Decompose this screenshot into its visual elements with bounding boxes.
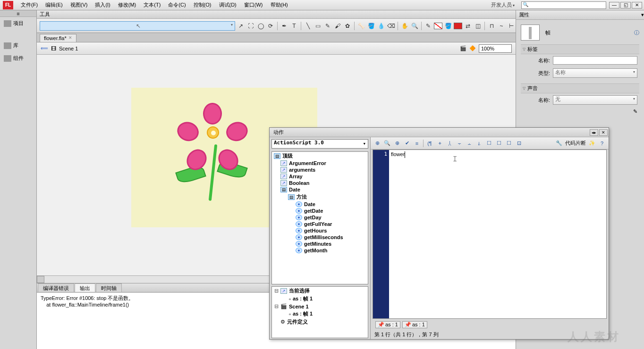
section-label[interactable]: 标签 xyxy=(521,44,639,54)
line-tool[interactable]: ╲ xyxy=(304,22,312,30)
collapse-icon[interactable]: ᛸ xyxy=(446,140,453,147)
wand-icon[interactable]: ✨ xyxy=(588,140,596,147)
selection-tool[interactable]: ↖ xyxy=(40,21,235,31)
code-editor[interactable]: 1 flower 𝙸 xyxy=(373,150,607,319)
check-syntax-icon[interactable]: ✔ xyxy=(403,140,411,147)
help-icon[interactable]: ? xyxy=(598,140,606,147)
menu-debug[interactable]: 调试(D) xyxy=(215,0,240,9)
line-comment-icon[interactable]: ☐ xyxy=(495,140,503,147)
left-collapse-handle[interactable]: ≡ xyxy=(0,10,36,17)
zoom-select[interactable] xyxy=(479,44,512,53)
developer-dropdown[interactable]: 开发人员 xyxy=(487,0,518,9)
collapse-icon[interactable]: ⊟ xyxy=(274,288,279,294)
show-hide-icon[interactable]: ☐ xyxy=(505,140,513,147)
actions-right-pane: ⊕ 🔍 ⊕ ✔ ≡ (¶ ᚐ ᛸ ⫟ ⫠ ⫰ ☐ ☐ ☐ ⊡ 🔧 代码片断 ✨ xyxy=(371,137,609,339)
lasso-tool[interactable]: ◯ xyxy=(256,22,265,30)
block-comment-icon[interactable]: ☐ xyxy=(485,140,493,147)
actionscript-version-select[interactable]: ActionScript 3.0 xyxy=(271,139,368,149)
stroke-color-icon[interactable]: ✎ xyxy=(424,22,432,30)
scroll-left[interactable] xyxy=(37,276,44,283)
script-assist-icon[interactable]: 🔧 xyxy=(555,140,563,147)
comment-icon[interactable]: ⫠ xyxy=(466,140,473,147)
snap-tool[interactable]: ⊓ xyxy=(487,22,496,30)
menu-view[interactable]: 视图(V) xyxy=(67,0,92,9)
brush-tool[interactable]: 🖌 xyxy=(333,22,342,30)
3d-rotation-tool[interactable]: ⟳ xyxy=(266,22,275,30)
info-icon[interactable]: ⓘ xyxy=(634,29,639,36)
name-input[interactable] xyxy=(553,56,637,65)
rectangle-tool[interactable]: ▭ xyxy=(314,22,322,30)
hand-tool[interactable]: ✋ xyxy=(400,22,409,30)
restore-button[interactable]: ◱ xyxy=(620,2,631,8)
panel-menu-icon[interactable]: ▾ xyxy=(641,12,644,18)
bone-tool[interactable]: 🦴 xyxy=(357,22,365,30)
sidebar-item-components[interactable]: 组件 xyxy=(0,52,36,65)
script-nav-tree[interactable]: ⊟↗当前选择 ▫as : 帧 1 ⊟🎬Scene 1 ▫as : 帧 1 ⚙元件… xyxy=(271,286,368,338)
class-tree[interactable]: ▤顶级 ↗ArgumentError ↗arguments ↗Array ↗Bo… xyxy=(271,151,368,284)
search-input[interactable] xyxy=(521,1,606,9)
pin-script-2[interactable]: 📌as : 1 xyxy=(402,321,427,328)
petal xyxy=(224,119,250,144)
target-icon[interactable]: ⊕ xyxy=(393,140,401,147)
pin-script-1[interactable]: 📌as : 1 xyxy=(375,321,400,328)
straighten-tool[interactable]: ⊢ xyxy=(507,22,516,30)
tab-timeline[interactable]: 时间轴 xyxy=(96,283,122,292)
smooth-tool[interactable]: ~ xyxy=(497,22,506,30)
edit-symbols-icon[interactable]: 🔶 xyxy=(469,45,476,51)
edit-scene-icon[interactable]: 🎬 xyxy=(460,45,466,51)
pencil-tool[interactable]: ✎ xyxy=(323,22,332,30)
menu-modify[interactable]: 修改(M) xyxy=(114,0,140,9)
menu-edit[interactable]: 编辑(E) xyxy=(42,0,67,9)
menu-control[interactable]: 控制(O) xyxy=(190,0,215,9)
actions-close-icon[interactable]: ✕ xyxy=(599,129,608,136)
add-icon[interactable]: ⊕ xyxy=(373,140,381,147)
pen-tool[interactable]: ✒ xyxy=(280,22,288,30)
expand-icon[interactable]: ⫟ xyxy=(456,140,463,147)
sidebar-item-library[interactable]: 库 xyxy=(0,39,36,52)
menu-insert[interactable]: 插入(I) xyxy=(91,0,114,9)
tab-output[interactable]: 输出 xyxy=(75,283,95,292)
default-colors[interactable]: ◫ xyxy=(474,22,482,30)
subselection-tool[interactable]: ↗ xyxy=(237,22,245,30)
eraser-tool[interactable]: ⌫ xyxy=(387,22,395,30)
paint-bucket-tool[interactable]: 🪣 xyxy=(367,22,375,30)
section-sound[interactable]: 声音 xyxy=(521,83,639,93)
sound-select[interactable]: 无 xyxy=(553,95,637,105)
stroke-color[interactable] xyxy=(434,23,442,29)
code-snippets-link[interactable]: 代码片断 xyxy=(565,140,586,147)
sidebar-item-project[interactable]: 项目 xyxy=(0,17,36,30)
fill-color[interactable] xyxy=(454,23,462,29)
code-hint-icon[interactable]: (¶ xyxy=(426,140,433,147)
close-button[interactable]: ✕ xyxy=(632,2,642,8)
debug-icon[interactable]: ᚐ xyxy=(436,140,443,147)
minimize-button[interactable]: — xyxy=(609,2,619,8)
free-transform-tool[interactable]: ⛶ xyxy=(246,22,255,30)
actions-titlebar[interactable]: 动作 ◂▸ ✕ xyxy=(270,128,609,137)
menu-help[interactable]: 帮助(H) xyxy=(267,0,292,9)
menu-command[interactable]: 命令(C) xyxy=(164,0,189,9)
pin-icon[interactable]: ⊡ xyxy=(515,140,523,147)
deco-tool[interactable]: ✿ xyxy=(343,22,352,30)
menu-window[interactable]: 窗口(W) xyxy=(240,0,267,9)
doc-tab-flower[interactable]: flower.fla*✕ xyxy=(40,34,76,42)
menu-text[interactable]: 文本(T) xyxy=(140,0,164,9)
find-icon[interactable]: 🔍 xyxy=(383,140,391,147)
scene-name[interactable]: Scene 1 xyxy=(59,46,78,51)
tab-compiler-errors[interactable]: 编译器错误 xyxy=(38,283,74,292)
type-select[interactable]: 名称 xyxy=(553,68,637,78)
text-tool[interactable]: T xyxy=(290,22,298,30)
auto-format-icon[interactable]: ≡ xyxy=(413,140,421,147)
back-button[interactable]: ⟸ xyxy=(41,45,48,51)
eyedropper-tool[interactable]: 💧 xyxy=(377,22,385,30)
collapse-icon[interactable]: ⊟ xyxy=(274,303,279,309)
swap-colors[interactable]: ⇄ xyxy=(464,22,472,30)
fill-color-icon[interactable]: 🪣 xyxy=(444,22,452,30)
uncomment-icon[interactable]: ⫰ xyxy=(475,140,483,147)
zoom-tool[interactable]: 🔍 xyxy=(410,22,419,30)
actions-collapse-icon[interactable]: ◂▸ xyxy=(590,129,598,136)
menu-file[interactable]: 文件(F) xyxy=(17,0,42,9)
pencil-icon[interactable]: ✎ xyxy=(633,108,637,115)
properties-header[interactable]: 属性▾ xyxy=(516,10,644,20)
close-tab-icon[interactable]: ✕ xyxy=(68,35,72,41)
class-icon: ↗ xyxy=(280,160,287,166)
